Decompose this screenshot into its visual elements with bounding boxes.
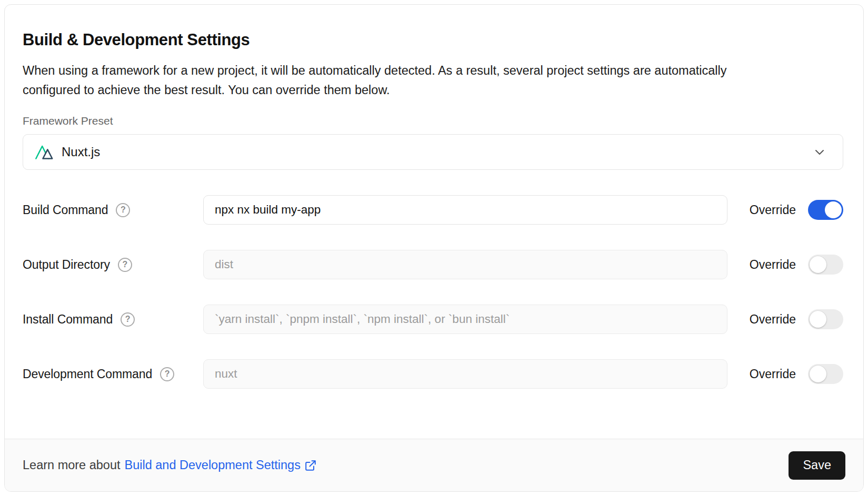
card-footer: Learn more about Build and Development S… [5, 439, 863, 491]
override-toggle-output-directory[interactable] [808, 255, 843, 275]
doc-link-label: Build and Development Settings [125, 458, 301, 472]
chevron-down-icon [812, 145, 827, 159]
question-circle-icon[interactable]: ? [116, 203, 130, 217]
learn-more-prefix: Learn more about [23, 458, 121, 472]
question-circle-icon[interactable]: ? [160, 367, 174, 381]
override-label: Override [750, 367, 796, 381]
override-toggle-development-command[interactable] [808, 364, 843, 384]
row-label-wrap: Install Command ? [23, 312, 203, 327]
settings-description: When using a framework for a new project… [23, 61, 786, 100]
question-circle-icon[interactable]: ? [121, 312, 135, 327]
install-command-label: Install Command [23, 312, 113, 327]
development-command-input[interactable] [203, 359, 727, 389]
nuxt-logo-icon [35, 144, 54, 160]
build-settings-card: Build & Development Settings When using … [4, 4, 864, 492]
learn-more-text: Learn more about Build and Development S… [23, 458, 317, 472]
build-settings-doc-link[interactable]: Build and Development Settings [125, 458, 317, 472]
build-command-row: Build Command ? Override [23, 195, 843, 225]
toggle-knob [810, 256, 826, 273]
output-directory-input[interactable] [203, 250, 727, 279]
output-directory-label: Output Directory [23, 258, 110, 272]
build-command-label: Build Command [23, 203, 108, 217]
install-command-input[interactable] [203, 305, 727, 334]
settings-main: Build & Development Settings When using … [5, 5, 863, 439]
external-link-icon [304, 459, 317, 472]
development-command-row: Development Command ? Override [23, 359, 843, 389]
framework-preset-label: Framework Preset [23, 114, 843, 128]
override-toggle-build-command[interactable] [808, 200, 843, 220]
override-group: Override [749, 364, 843, 384]
override-group: Override [749, 255, 843, 275]
question-circle-icon[interactable]: ? [118, 258, 132, 272]
install-command-row: Install Command ? Override [23, 305, 843, 334]
toggle-knob [825, 201, 842, 218]
override-group: Override [749, 309, 843, 329]
row-label-wrap: Output Directory ? [23, 258, 203, 272]
row-label-wrap: Build Command ? [23, 203, 203, 217]
override-label: Override [750, 312, 796, 327]
output-directory-row: Output Directory ? Override [23, 250, 843, 279]
row-label-wrap: Development Command ? [23, 367, 203, 381]
development-command-label: Development Command [23, 367, 152, 381]
save-button[interactable]: Save [789, 451, 845, 480]
framework-selected-value: Nuxt.js [62, 145, 100, 159]
toggle-knob [810, 311, 826, 328]
override-label: Override [750, 203, 796, 217]
page-title: Build & Development Settings [23, 31, 843, 49]
override-toggle-install-command[interactable] [808, 309, 843, 329]
override-label: Override [750, 258, 796, 272]
override-group: Override [749, 200, 843, 220]
build-command-input[interactable] [203, 195, 727, 225]
framework-preset-select[interactable]: Nuxt.js [23, 134, 843, 170]
toggle-knob [810, 366, 826, 382]
